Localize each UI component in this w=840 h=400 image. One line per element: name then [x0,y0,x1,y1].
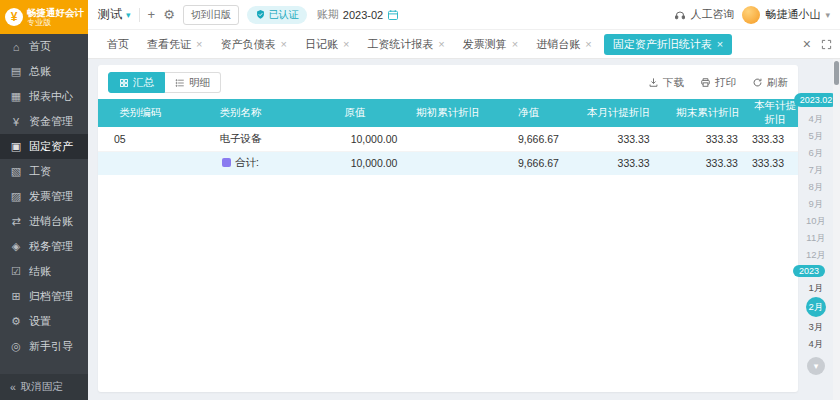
unpin-sidebar-button[interactable]: « 取消固定 [0,374,88,400]
scrollbar-thumb[interactable] [834,61,839,85]
user-menu[interactable]: 畅捷通小山 ▾ [742,6,830,24]
close-icon[interactable]: × [196,38,202,50]
depreciation-table: 类别编码 类别名称 原值 期初累计折旧 净值 本月计提折旧 期末累计折旧 本年计… [98,99,798,175]
gear-icon[interactable]: ⚙ [163,8,175,21]
summary-icon [222,158,231,167]
support-button[interactable]: 人工咨询 [674,7,734,22]
current-period-pill[interactable]: 2023.02 [794,93,839,107]
close-icon[interactable]: × [512,38,518,50]
cell-total-year-depr: 333.33 [752,151,798,175]
sidebar-item-report-center[interactable]: ▦ 报表中心 [0,84,88,109]
rail-month[interactable]: 8月 [809,178,824,195]
tab-salary-report[interactable]: 工资统计报表 × [358,34,453,55]
tab-balance-sheet[interactable]: 资产负债表 × [211,34,295,55]
sidebar-item-settings[interactable]: ⚙ 设置 [0,309,88,334]
download-button[interactable]: 下载 [648,76,684,90]
tab-journal[interactable]: 日记账 × [296,34,358,55]
rail-month[interactable]: 4月 [809,110,824,127]
sidebar-item-trade-ledger[interactable]: ⇄ 进销台账 [0,209,88,234]
table-row[interactable]: 05 电子设备 10,000.00 9,666.67 333.33 333.33… [98,127,798,151]
close-icon[interactable]: × [280,38,286,50]
total-row: 合计: 10,000.00 9,666.67 333.33 333.33 333… [98,151,798,175]
accounting-period[interactable]: 账期 2023-02 [317,7,399,22]
tab-trade-ledger[interactable]: 进销台账 × [527,34,600,55]
sidebar-item-archive[interactable]: ⊞ 归档管理 [0,284,88,309]
rail-month[interactable]: 3月 [809,318,824,335]
sidebar-menu: ⌂ 首页 ▤ 总账 ▦ 报表中心 ¥ 资金管理 ▣ 固定资产 ▧ 工资 ▨ 发票… [0,34,88,374]
certified-label: 已认证 [269,8,299,22]
archive-icon: ⊞ [10,290,22,303]
tab-home[interactable]: 首页 [98,34,138,55]
calendar-icon [387,9,399,21]
sidebar-item-salary[interactable]: ▧ 工资 [0,159,88,184]
rail-month[interactable]: 5月 [809,127,824,144]
rail-month-selected[interactable]: 2月 [806,297,826,317]
cell-total-label: 合计: [183,151,299,175]
fixed-asset-icon: ▣ [10,140,22,153]
tab-depreciation-report[interactable]: 固定资产折旧统计表 × [604,34,732,55]
app-edition: 专业版 [27,18,84,27]
sidebar-item-invoice-management[interactable]: ▨ 发票管理 [0,184,88,209]
panel-toolbar: 汇总 明细 下载 [98,65,798,99]
rail-month[interactable]: 12月 [806,246,826,263]
table-header-row: 类别编码 类别名称 原值 期初累计折旧 净值 本月计提折旧 期末累计折旧 本年计… [98,99,798,127]
detail-view-button[interactable]: 明细 [165,72,221,93]
scrollbar-track[interactable] [833,59,840,400]
sidebar-item-label: 税务管理 [29,239,73,254]
close-icon[interactable]: × [343,38,349,50]
summary-label: 汇总 [133,76,154,90]
rail-month[interactable]: 11月 [806,229,825,246]
close-icon[interactable]: × [438,38,444,50]
sidebar-item-label: 发票管理 [29,189,73,204]
sidebar-item-fund-management[interactable]: ¥ 资金管理 [0,109,88,134]
rail-month[interactable]: 4月 [809,335,824,352]
tab-label: 首页 [107,37,129,52]
sidebar-item-home[interactable]: ⌂ 首页 [0,34,88,59]
close-icon[interactable]: × [585,38,591,50]
cell-closing-accum-depr: 333.33 [664,127,752,151]
sidebar-item-guide[interactable]: ◎ 新手引导 [0,334,88,359]
close-icon[interactable]: × [717,38,723,50]
print-button[interactable]: 打印 [700,76,736,90]
divider [139,8,140,22]
print-label: 打印 [715,76,736,90]
close-tab-icon[interactable]: × [803,36,811,52]
rail-year-badge[interactable]: 2023 [793,265,825,277]
cell-month-depr: 333.33 [573,127,664,151]
rail-month[interactable]: 9月 [809,195,824,212]
support-label: 人工咨询 [690,7,734,22]
expand-icon[interactable] [821,39,832,50]
chevron-down-icon: ▾ [126,10,131,20]
tab-view-voucher[interactable]: 查看凭证 × [138,34,211,55]
refresh-button[interactable]: 刷新 [752,76,788,90]
summary-view-button[interactable]: 汇总 [108,72,165,93]
sidebar-item-label: 资金管理 [29,114,73,129]
plus-icon[interactable]: + [148,8,156,21]
rail-month[interactable]: 7月 [809,161,824,178]
switch-old-version-button[interactable]: 切到旧版 [183,5,239,25]
certified-badge[interactable]: 已认证 [247,6,307,24]
report-panel: 汇总 明细 下载 [98,65,798,392]
rail-scroll-down-button[interactable]: ▾ [807,357,825,375]
period-rail: 2023.02 4月 5月 6月 7月 8月 9月 10月 11月 12月 20… [801,93,831,375]
tab-label: 查看凭证 [147,37,191,52]
sidebar-item-tax-management[interactable]: ◈ 税务管理 [0,234,88,259]
tab-label: 固定资产折旧统计表 [613,37,712,52]
company-name: 测试 [98,6,122,23]
rail-month[interactable]: 1月 [809,279,824,296]
tab-invoice-estimate[interactable]: 发票测算 × [454,34,527,55]
sidebar-item-fixed-assets[interactable]: ▣ 固定资产 [0,134,88,159]
cell-total-closing-accum-depr: 333.33 [664,151,752,175]
rail-month[interactable]: 10月 [806,212,826,229]
col-header-closing-accum-depr: 期末累计折旧 [664,99,752,127]
rail-month[interactable]: 6月 [809,144,824,161]
app-title: 畅捷通好会计 [27,7,84,18]
sidebar-item-label: 设置 [29,314,51,329]
sidebar-item-general-ledger[interactable]: ▤ 总账 [0,59,88,84]
sidebar-item-label: 固定资产 [29,139,73,154]
sidebar-item-closing[interactable]: ☑ 结账 [0,259,88,284]
download-label: 下载 [663,76,684,90]
company-select[interactable]: 测试 ▾ [98,6,131,23]
sidebar-item-label: 新手引导 [29,339,73,354]
sidebar-item-label: 归档管理 [29,289,73,304]
